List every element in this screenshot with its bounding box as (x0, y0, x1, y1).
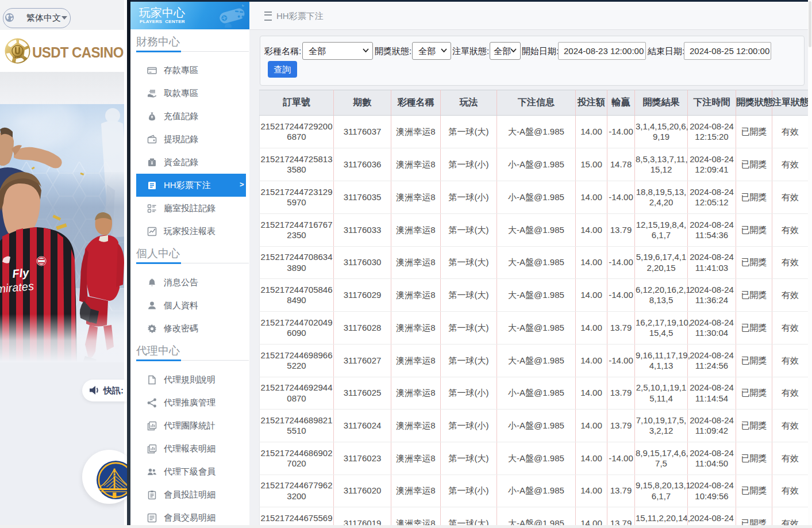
svg-text:Fly: Fly (11, 266, 30, 280)
svg-text:CASINO: CASINO (13, 56, 22, 59)
